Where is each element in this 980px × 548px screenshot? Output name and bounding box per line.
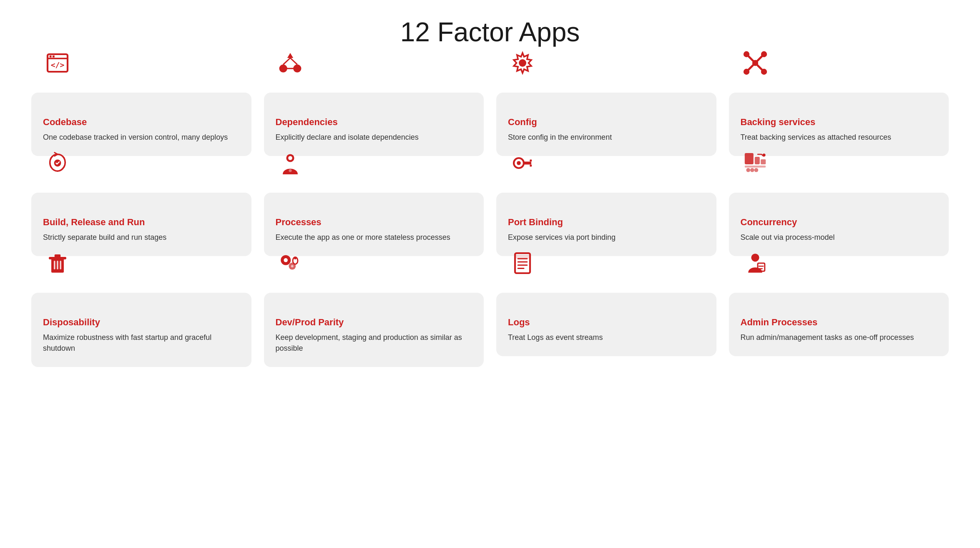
card-logs: LogsTreat Logs as event streams	[496, 293, 716, 356]
card-desc-port-binding: Expose services via port binding	[508, 232, 705, 243]
card-title-port-binding: Port Binding	[508, 217, 705, 228]
card-container-disposability: DisposabilityMaximize robustness with fa…	[31, 269, 251, 367]
codebase-icon: </>	[43, 48, 72, 78]
card-codebase: CodebaseOne codebase tracked in version …	[31, 93, 251, 156]
svg-rect-40	[54, 261, 55, 269]
card-container-concurrency: ConcurrencyScale out via process-model	[729, 168, 949, 256]
dev-prod-parity-icon	[276, 249, 305, 278]
logs-icon	[508, 249, 537, 278]
card-backing-services: Backing servicesTreat backing services a…	[729, 93, 949, 156]
svg-rect-32	[744, 166, 765, 168]
card-container-dependencies: DependenciesExplicitly declare and isola…	[264, 68, 484, 156]
card-container-logs: LogsTreat Logs as event streams	[496, 269, 716, 367]
card-dependencies: DependenciesExplicitly declare and isola…	[264, 93, 484, 156]
card-admin-processes: Admin ProcessesRun admin/management task…	[729, 293, 949, 356]
svg-point-16	[752, 60, 758, 66]
card-title-codebase: Codebase	[43, 117, 240, 128]
svg-rect-42	[60, 261, 61, 269]
card-title-dev-prod-parity: Dev/Prod Parity	[276, 317, 472, 328]
svg-point-17	[761, 69, 766, 75]
card-desc-codebase: One codebase tracked in version control,…	[43, 132, 240, 143]
svg-point-46	[291, 265, 293, 267]
admin-processes-icon	[741, 249, 770, 278]
svg-rect-54	[515, 255, 530, 259]
disposability-icon	[43, 249, 72, 278]
card-desc-admin-processes: Run admin/management tasks as one-off pr…	[741, 332, 937, 343]
svg-point-48	[294, 257, 297, 259]
card-container-backing-services: Backing servicesTreat backing services a…	[729, 68, 949, 156]
card-desc-concurrency: Scale out via process-model	[741, 232, 937, 243]
svg-point-33	[746, 168, 750, 172]
card-desc-logs: Treat Logs as event streams	[508, 332, 705, 343]
card-container-processes: ProcessesExecute the app as one or more …	[264, 168, 484, 256]
svg-point-34	[750, 168, 754, 172]
card-container-dev-prod-parity: Dev/Prod ParityKeep development, staging…	[264, 269, 484, 367]
card-container-codebase: </> CodebaseOne codebase tracked in vers…	[31, 68, 251, 156]
svg-point-18	[743, 69, 749, 75]
svg-rect-2	[50, 55, 52, 58]
svg-point-44	[284, 258, 288, 262]
card-title-disposability: Disposability	[43, 317, 240, 328]
card-container-admin-processes: Admin ProcessesRun admin/management task…	[729, 269, 949, 367]
card-desc-processes: Execute the app as one or more stateless…	[276, 232, 472, 243]
page-title: 12 Factor Apps	[400, 17, 580, 48]
card-container-build-release-run: Build, Release and RunStrictly separate …	[31, 168, 251, 256]
card-title-processes: Processes	[276, 217, 472, 228]
card-title-admin-processes: Admin Processes	[741, 317, 937, 328]
card-desc-dependencies: Explicitly declare and isolate dependenc…	[276, 132, 472, 143]
card-dev-prod-parity: Dev/Prod ParityKeep development, staging…	[264, 293, 484, 367]
svg-point-21	[288, 156, 292, 160]
card-desc-dev-prod-parity: Keep development, staging and production…	[276, 332, 472, 354]
svg-point-14	[761, 51, 766, 57]
card-title-backing-services: Backing services	[741, 117, 937, 128]
svg-point-15	[743, 51, 749, 57]
card-title-dependencies: Dependencies	[276, 117, 472, 128]
card-concurrency: ConcurrencyScale out via process-model	[729, 193, 949, 256]
port-binding-icon	[508, 148, 537, 178]
card-container-config: ConfigStore config in the environment	[496, 68, 716, 156]
card-port-binding: Port BindingExpose services via port bin…	[496, 193, 716, 256]
card-desc-disposability: Maximize robustness with fast startup an…	[43, 332, 240, 354]
factors-grid: </> CodebaseOne codebase tracked in vers…	[31, 68, 949, 367]
svg-rect-26	[524, 161, 531, 164]
concurrency-icon	[741, 148, 770, 178]
card-desc-build-release-run: Strictly separate build and run stages	[43, 232, 240, 243]
svg-rect-31	[761, 159, 766, 164]
svg-rect-28	[530, 165, 532, 167]
svg-rect-27	[530, 160, 532, 162]
svg-point-25	[517, 161, 521, 165]
card-disposability: DisposabilityMaximize robustness with fa…	[31, 293, 251, 367]
svg-marker-5	[287, 53, 293, 58]
card-title-concurrency: Concurrency	[741, 217, 937, 228]
card-config: ConfigStore config in the environment	[496, 93, 716, 156]
processes-icon	[276, 148, 305, 178]
svg-rect-39	[55, 254, 60, 257]
svg-rect-41	[57, 261, 58, 269]
backing-services-icon	[741, 48, 770, 78]
svg-rect-29	[744, 153, 753, 164]
card-desc-backing-services: Treat backing services as attached resou…	[741, 132, 937, 143]
svg-point-23	[289, 169, 291, 172]
svg-text:</>: </>	[51, 60, 65, 69]
svg-point-55	[751, 254, 759, 261]
svg-rect-3	[53, 55, 55, 58]
card-title-config: Config	[508, 117, 705, 128]
build-release-run-icon	[43, 148, 72, 178]
svg-point-36	[762, 153, 765, 156]
card-container-port-binding: Port BindingExpose services via port bin…	[496, 168, 716, 256]
svg-point-11	[519, 59, 526, 67]
svg-rect-30	[754, 157, 759, 164]
svg-point-35	[754, 168, 758, 172]
card-processes: ProcessesExecute the app as one or more …	[264, 193, 484, 256]
svg-line-8	[283, 58, 290, 65]
config-icon	[508, 48, 537, 78]
card-title-build-release-run: Build, Release and Run	[43, 217, 240, 228]
card-build-release-run: Build, Release and RunStrictly separate …	[31, 193, 251, 256]
svg-line-9	[290, 58, 297, 65]
dependencies-icon	[276, 48, 305, 78]
card-desc-config: Store config in the environment	[508, 132, 705, 143]
card-title-logs: Logs	[508, 317, 705, 328]
